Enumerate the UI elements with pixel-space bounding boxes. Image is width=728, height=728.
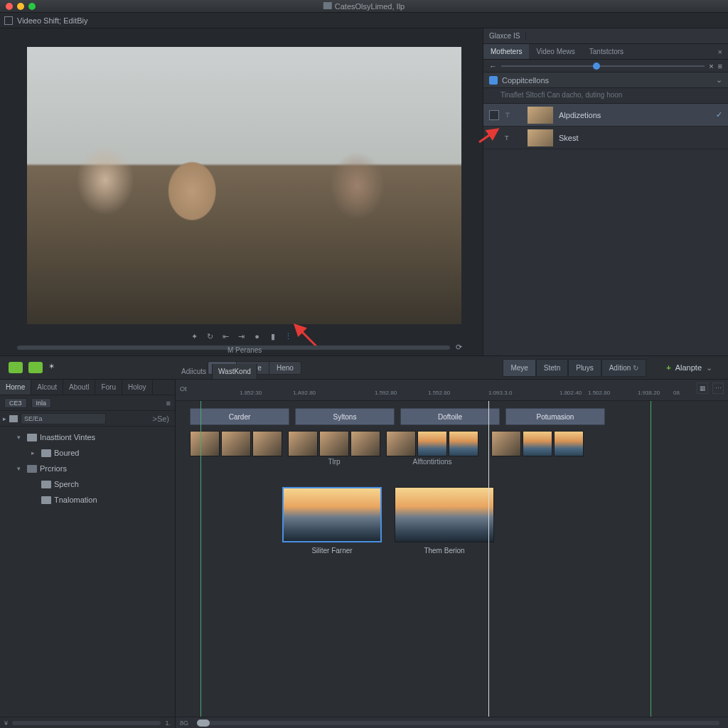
thumbnail-card[interactable]: Siliter Farner <box>282 487 382 555</box>
chip-1[interactable]: CE3 <box>4 398 27 408</box>
folder-icon <box>41 496 51 504</box>
expand-icon[interactable]: ▸ <box>3 415 6 422</box>
mid-toolbar: M Peranes ✶ Elpy Teafe Heno Meye Stetn P… <box>0 355 728 380</box>
tree-item[interactable]: Tnalomation <box>0 492 175 508</box>
playhead[interactable] <box>488 401 489 728</box>
playhead-start[interactable] <box>200 401 201 728</box>
panel-header-label: Coppitcellons <box>502 76 549 85</box>
ltab-4[interactable]: Foru <box>95 380 122 395</box>
ruler-options: ▦ ⋯ <box>697 382 724 394</box>
clip-group[interactable] <box>386 431 478 456</box>
clip-group[interactable] <box>190 431 282 456</box>
tool-settings-icon[interactable]: ⋮ <box>284 332 293 341</box>
tool-mark-icon[interactable]: ✦ <box>191 332 199 341</box>
svg-line-0 <box>295 325 316 346</box>
clip-list-row[interactable]: T Skest <box>483 127 728 149</box>
side-mini-tab[interactable]: Glaxce IS <box>483 32 526 40</box>
tree-item[interactable]: ▾Prcriors <box>0 461 175 476</box>
folder-icon <box>27 434 37 441</box>
bin-item[interactable]: Doftoile <box>400 408 500 425</box>
timeline-ruler[interactable]: Ot 1.852:30 1.A92.80 1.592.80 1.552.80 1… <box>176 380 728 401</box>
side-back-icon[interactable]: ← <box>489 62 497 70</box>
tool-out-icon[interactable]: ⇥ <box>237 332 246 341</box>
document-bar: Videeo Shift; EditBiy <box>0 13 728 28</box>
clip-group[interactable] <box>491 431 584 456</box>
side-slider[interactable] <box>501 65 705 67</box>
bin-item[interactable]: Syltons <box>295 408 395 425</box>
side-close-icon[interactable]: × <box>712 48 728 56</box>
tree-item[interactable]: ▾Inasttiont Vintes <box>0 429 175 445</box>
preview-image <box>27 47 461 324</box>
clip-list-row[interactable]: ⊤ Alpdizetions ✓ <box>483 104 728 127</box>
ltab-2[interactable]: Alcout <box>31 380 63 395</box>
bin-item[interactable]: Potumasion <box>505 408 605 425</box>
side-tab-3[interactable]: Tantstctors <box>582 44 631 59</box>
minimize-window-button[interactable] <box>17 3 24 10</box>
panel-hint: Tinaflet Sltocfi Can dacho, duting hoon <box>483 88 728 104</box>
browser-pane: Horne Alcout Aboutl Foru Holoy CE3 Inla … <box>0 380 176 728</box>
clips-row: Tlrp Alftontirtions <box>190 431 714 466</box>
menu-icon[interactable]: ≡ <box>166 399 171 407</box>
browser-tabs: Horne Alcout Aboutl Foru Holoy <box>0 380 175 395</box>
rtab-1[interactable]: Meye <box>503 359 535 377</box>
rtab-4[interactable]: Adition↻ <box>601 359 647 377</box>
right-tabs: Meye Stetn Pluys Adition↻ <box>503 359 646 377</box>
chevron-down-icon[interactable]: ⌄ <box>706 363 712 373</box>
chip-2[interactable]: Inla <box>31 398 52 408</box>
ltab-3[interactable]: Aboutl <box>63 380 95 395</box>
add-button[interactable]: + Alanpte ⌄ <box>659 359 719 377</box>
tool-cut-icon[interactable]: ▮ <box>269 332 277 341</box>
side-tab-2[interactable]: Video Mews <box>529 44 582 59</box>
ttab-2[interactable]: WastKond <box>213 364 257 379</box>
panel-header[interactable]: Coppitcellons ⌄ <box>483 73 728 88</box>
search-row: ▸ SE/Ea >Se) <box>0 411 175 427</box>
side-tab-1[interactable]: Motheters <box>483 44 529 59</box>
footer-scroll[interactable] <box>12 721 161 725</box>
tree-item[interactable]: Sperch <box>0 476 175 492</box>
seg-3[interactable]: Heno <box>269 362 301 374</box>
scroll-thumb[interactable] <box>197 719 210 727</box>
close-window-button[interactable] <box>6 3 13 10</box>
video-preview[interactable] <box>27 47 461 324</box>
clip-toggle-icon[interactable]: T <box>505 134 512 141</box>
tool-tag-icon[interactable]: ● <box>253 332 262 341</box>
clip-checkbox[interactable] <box>489 110 499 120</box>
tool-loop-icon[interactable]: ↻ <box>206 332 215 341</box>
record-button-2[interactable] <box>28 362 43 373</box>
timeline-tracks[interactable]: Carder Syltons Doftoile Potumasion Tlrp … <box>176 401 728 728</box>
folder-icon <box>41 481 51 488</box>
thumbnail-card[interactable]: Them Berion <box>395 487 494 555</box>
preview-toolbar: ✦ ↻ ⇤ ⇥ ● ▮ ⋮ <box>0 328 483 344</box>
clip-group[interactable] <box>288 431 380 456</box>
refresh-icon[interactable]: ↻ <box>633 364 638 372</box>
slider-thumb[interactable] <box>593 63 600 70</box>
rtab-2[interactable]: Stetn <box>536 359 568 377</box>
folder-icon <box>9 415 18 422</box>
scrub-end-icon[interactable]: ⟳ <box>456 343 466 353</box>
playhead-marker[interactable] <box>651 401 651 728</box>
ruler-opt-2[interactable]: ⋯ <box>712 382 724 394</box>
ltab-5[interactable]: Holoy <box>122 380 153 395</box>
tree-item[interactable]: ▸Boured <box>0 445 175 461</box>
bin-item[interactable]: Carder <box>190 408 289 425</box>
folder-tree: ▾Inasttiont Vintes ▸Boured ▾Prcriors Spe… <box>0 427 175 717</box>
record-button[interactable] <box>9 362 23 373</box>
mframes-label: M Peranes <box>228 346 262 354</box>
chevron-down-icon[interactable]: ⌄ <box>716 75 722 85</box>
ttab-1[interactable]: Adiicuts <box>176 364 213 379</box>
ruler-opt-1[interactable]: ▦ <box>697 382 708 394</box>
search-input[interactable]: SE/Ea <box>21 413 106 424</box>
clip-toggle-icon[interactable]: ⊤ <box>505 112 512 119</box>
ruler-lead: Ot <box>180 385 187 392</box>
gear-icon[interactable]: ✶ <box>48 362 60 373</box>
rtab-3[interactable]: Pluys <box>568 359 601 377</box>
side-slider-more-icon[interactable]: ≡ <box>718 62 722 70</box>
ltab-1[interactable]: Horne <box>0 380 31 395</box>
tool-in-icon[interactable]: ⇤ <box>222 332 230 341</box>
thumbnail-image <box>282 487 382 542</box>
side-slider-close-icon[interactable]: × <box>709 62 713 70</box>
timeline-scrollbar[interactable]: 8G <box>176 717 728 728</box>
preview-pane: ✦ ↻ ⇤ ⇥ ● ▮ ⋮ ⟳ <box>0 28 483 355</box>
zoom-window-button[interactable] <box>28 3 36 10</box>
clip-thumbnail <box>528 129 553 146</box>
